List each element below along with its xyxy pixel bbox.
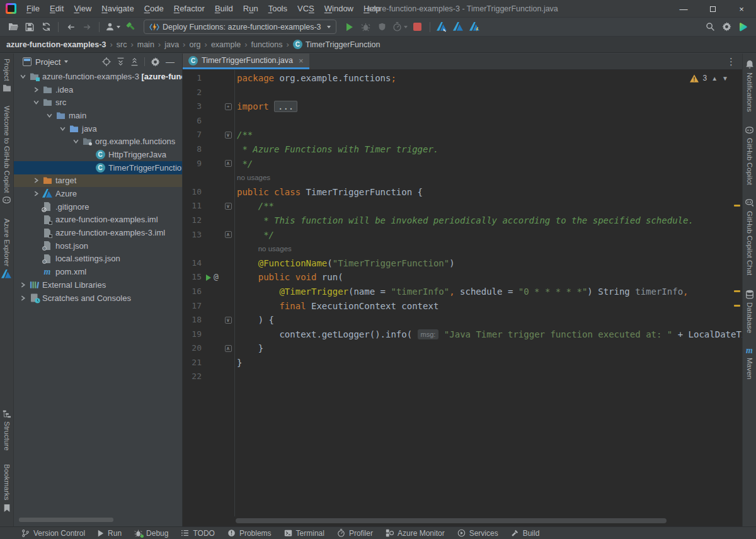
chevron-expanded-icon[interactable] xyxy=(31,99,42,105)
tree-item-azure[interactable]: Azure xyxy=(14,187,182,200)
tool-stripe-structure[interactable]: Structure xyxy=(3,410,11,451)
breadcrumb-item[interactable]: azure-function-examples-3 xyxy=(6,40,106,49)
fold-open-icon[interactable]: ∨ xyxy=(225,132,232,139)
next-warning-icon[interactable]: ▼ xyxy=(722,75,728,82)
profiler-icon[interactable] xyxy=(391,20,409,35)
code-line-8[interactable]: 8 * Azure Functions with Timer trigger. xyxy=(183,142,742,157)
chevron-expanded-icon[interactable] xyxy=(71,139,81,144)
code-line-3[interactable]: 3+import ... xyxy=(183,99,742,114)
menu-tools[interactable]: Tools xyxy=(263,0,292,18)
code-line-12[interactable]: 12 * This function will be invoked perio… xyxy=(183,213,742,228)
breadcrumb-item[interactable]: functions xyxy=(251,40,282,49)
code-line-15[interactable]: 15@ public void run( xyxy=(183,270,742,285)
save-icon[interactable] xyxy=(22,20,37,35)
toolbox-icon[interactable] xyxy=(735,20,750,35)
tab-timertriggerfunction[interactable]: C TimerTriggerFunction.java × xyxy=(183,54,309,69)
chevron-expanded-icon[interactable] xyxy=(44,113,55,118)
menu-window[interactable]: Window xyxy=(319,0,358,18)
tree-item-timertriggerfunction[interactable]: CTimerTriggerFunction xyxy=(14,161,182,174)
sync-icon[interactable] xyxy=(38,20,54,35)
tool-stripe-notifications[interactable]: Notifications xyxy=(745,60,754,112)
tree-item-.gitignore[interactable]: .gitignore xyxy=(14,200,182,213)
warning-stripe-mark[interactable] xyxy=(734,205,740,207)
run-configuration-select[interactable]: Deploy Functions: azure-function-example… xyxy=(144,20,336,34)
menu-run[interactable]: Run xyxy=(238,0,263,18)
chevron-collapsed-icon[interactable] xyxy=(31,191,42,196)
statusbar-services[interactable]: Services xyxy=(457,529,498,538)
code-line-18[interactable]: 18∨ ) { xyxy=(183,313,742,327)
tree-item-java[interactable]: java xyxy=(14,122,182,135)
inspection-widget[interactable]: 3 ▲ ▼ xyxy=(690,74,729,82)
chevron-expanded-icon[interactable] xyxy=(57,126,68,132)
tool-stripe-bookmarks[interactable]: Bookmarks xyxy=(3,464,11,513)
search-icon[interactable] xyxy=(702,20,718,35)
tab-options-kebab-icon[interactable]: ⋮ xyxy=(720,54,742,69)
azure-explorer-icon[interactable] xyxy=(451,20,466,35)
code-line-9[interactable]: 9∧ */ xyxy=(183,157,742,171)
run-icon[interactable] xyxy=(342,20,357,35)
code-line-7[interactable]: 7∨/** xyxy=(183,128,742,142)
maximize-button[interactable] xyxy=(698,0,727,18)
tool-stripe-github-copilot-chat[interactable]: GitHub Copilot Chat xyxy=(745,198,754,275)
back-icon[interactable] xyxy=(63,20,78,35)
fold-open-icon[interactable]: ∨ xyxy=(225,317,232,324)
breadcrumb-item[interactable]: main xyxy=(137,40,154,49)
tree-item-org.example.functions[interactable]: org.example.functions xyxy=(14,135,182,148)
code-line-14[interactable]: 14 @FunctionName("TimerTriggerFunction") xyxy=(183,256,742,271)
chevron-collapsed-icon[interactable] xyxy=(18,295,28,301)
azure-functions-icon[interactable] xyxy=(467,20,483,35)
tool-stripe-project[interactable]: Project xyxy=(3,59,11,92)
code-line-13[interactable]: 13∧ */ xyxy=(183,228,742,242)
code-line-2[interactable]: 2 xyxy=(183,86,742,100)
code-line-19[interactable]: 19 context.getLogger().info( msg: "Java … xyxy=(183,327,742,342)
statusbar-azure-monitor[interactable]: Azure Monitor xyxy=(386,529,445,538)
open-icon[interactable] xyxy=(6,20,21,35)
coverage-icon[interactable] xyxy=(375,20,390,35)
tool-stripe-welcome-to-github-copilot[interactable]: Welcome to GitHub Copilot xyxy=(2,106,11,205)
debug-icon[interactable] xyxy=(358,20,374,35)
code-line-11[interactable]: 11∨ /** xyxy=(183,199,742,213)
azure-deploy-icon[interactable] xyxy=(435,20,450,35)
fold-plus-icon[interactable]: + xyxy=(225,103,232,110)
tree-item-main[interactable]: main xyxy=(14,109,182,122)
user-icon[interactable] xyxy=(104,20,122,35)
tool-stripe-database[interactable]: Database xyxy=(745,290,754,333)
code-line-16[interactable]: 16 @TimerTrigger(name = "timerInfo", sch… xyxy=(183,285,742,299)
statusbar-problems[interactable]: Problems xyxy=(227,529,272,538)
fold-end-icon[interactable]: ∧ xyxy=(225,231,232,238)
project-panel-title[interactable]: Project xyxy=(35,57,60,67)
settings-icon[interactable] xyxy=(719,20,734,35)
breadcrumb-item[interactable]: CTimerTriggerFunction xyxy=(293,40,381,49)
breadcrumb-item[interactable]: example xyxy=(211,40,241,49)
expand-all-icon[interactable] xyxy=(117,57,125,66)
collapse-all-icon[interactable] xyxy=(130,57,139,66)
tree-item-azure-function-examples.iml[interactable]: azure-function-examples.iml xyxy=(14,213,182,227)
breadcrumb-item[interactable]: src xyxy=(117,40,127,49)
menu-build[interactable]: Build xyxy=(210,0,238,18)
statusbar-build[interactable]: Build xyxy=(511,529,540,538)
fold-end-icon[interactable]: ∧ xyxy=(225,345,232,352)
error-stripe[interactable] xyxy=(732,70,742,516)
chevron-expanded-icon[interactable] xyxy=(18,74,28,79)
close-button[interactable]: × xyxy=(727,0,756,18)
project-hscrollbar[interactable] xyxy=(19,518,113,522)
code-line-1[interactable]: 1package org.example.functions; xyxy=(183,71,742,86)
run-method-icon[interactable] xyxy=(206,275,211,281)
hide-panel-icon[interactable]: — xyxy=(166,57,175,67)
code-line-20[interactable]: 20∧ } xyxy=(183,341,742,356)
statusbar-profiler[interactable]: Profiler xyxy=(337,529,373,538)
warning-stripe-mark[interactable] xyxy=(734,305,740,307)
statusbar-version-control[interactable]: Version Control xyxy=(21,529,85,538)
tree-item-target[interactable]: target xyxy=(14,174,182,188)
tree-item-azure-function-examples-3[interactable]: azure-function-examples-3 [azure-funct xyxy=(14,70,182,83)
tree-item-host.json[interactable]: host.json xyxy=(14,239,182,252)
code-line-10[interactable]: 10public class TimerTriggerFunction { xyxy=(183,185,742,200)
stop-icon[interactable] xyxy=(410,20,425,35)
tree-item-azure-function-examples-3.iml[interactable]: azure-function-examples-3.iml xyxy=(14,226,182,239)
chevron-down-icon[interactable] xyxy=(64,60,68,63)
tree-item-src[interactable]: src xyxy=(14,96,182,109)
breadcrumb-item[interactable]: org xyxy=(189,40,200,49)
tree-item-local.settings.json[interactable]: local.settings.json xyxy=(14,252,182,266)
warning-stripe-mark[interactable] xyxy=(734,290,740,292)
tree-item-.idea[interactable]: .idea xyxy=(14,83,182,96)
